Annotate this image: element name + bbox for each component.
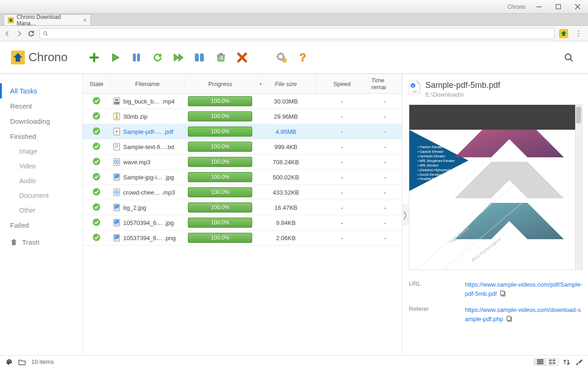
- table-row[interactable]: 30mb.zip100.0%29.96MB--: [83, 109, 402, 124]
- help-button[interactable]: ?: [294, 49, 311, 66]
- view-list-icon[interactable]: [534, 359, 546, 365]
- col-filename[interactable]: Filename: [110, 74, 184, 94]
- svg-point-34: [283, 58, 287, 62]
- check-icon: [92, 142, 101, 150]
- state-cell: [83, 139, 110, 155]
- address-bar[interactable]: [40, 28, 554, 39]
- browser-menu-button[interactable]: ⋮: [573, 29, 584, 38]
- speed-cell: -: [316, 185, 368, 200]
- view-toggle[interactable]: [534, 358, 559, 366]
- svg-point-58: [115, 206, 116, 207]
- meta-url-value[interactable]: https://www.sample-videos.com/pdf/Sample…: [465, 280, 582, 299]
- sidebar-item-audio[interactable]: Audio: [0, 173, 82, 188]
- svg-text:• Hospital Elevator: • Hospital Elevator: [418, 177, 444, 181]
- svg-text:• Hydraulic Elevator: • Hydraulic Elevator: [418, 155, 446, 158]
- svg-point-53: [115, 175, 116, 176]
- table-row[interactable]: crowd-chee… .mp3100.0%433.52KB--: [83, 185, 402, 200]
- details-toggle-handle[interactable]: ❭: [402, 205, 408, 225]
- progress-bar: 100.0%: [188, 233, 252, 243]
- svg-marker-78: [455, 162, 564, 198]
- clean-button[interactable]: [213, 49, 229, 66]
- browser-tab[interactable]: Chrono Download Mana… ×: [4, 14, 91, 25]
- svg-text:e: e: [412, 84, 414, 87]
- time-remaining-cell: -: [368, 170, 402, 185]
- col-progress[interactable]: Progress: [184, 74, 256, 94]
- open-folder-icon[interactable]: [18, 358, 26, 366]
- resume-button[interactable]: [107, 49, 124, 66]
- theme-icon[interactable]: [6, 358, 13, 366]
- copy-icon[interactable]: [500, 290, 506, 299]
- app-logo-icon: [11, 51, 25, 64]
- sidebar-item-other[interactable]: Other: [0, 203, 82, 218]
- details-metadata: URL https://www.sample-videos.com/pdf/Sa…: [409, 280, 582, 324]
- table-row[interactable]: Sample-text-fi….txt100.0%999.4KB--: [83, 139, 402, 155]
- details-filename: Sample-pdf-5mb.pdf: [425, 80, 500, 90]
- svg-marker-77: [455, 130, 564, 157]
- svg-text:?: ?: [300, 52, 306, 63]
- chrono-extension-icon[interactable]: [559, 29, 568, 38]
- sidebar-item-failed[interactable]: Failed: [0, 218, 82, 233]
- main-area: All Tasks Recent Downloading Finished Im…: [0, 74, 588, 355]
- table-row[interactable]: 10570394_6… .jpg100.0%9.84KB--: [83, 215, 402, 230]
- filename-text: 30mb.zip: [123, 113, 147, 120]
- window-close-button[interactable]: [568, 0, 587, 13]
- view-grid-icon[interactable]: [546, 359, 558, 365]
- svg-text:• Capsule Elevator: • Capsule Elevator: [418, 150, 444, 154]
- settings-button[interactable]: [273, 49, 290, 66]
- speed-cell: -: [316, 139, 368, 155]
- pdf-preview-icon: • Traction Elevator• Capsule Elevator• H…: [409, 130, 582, 270]
- svg-text:• (Gearless Highspeed): • (Gearless Highspeed): [418, 168, 451, 172]
- col-state[interactable]: State: [83, 74, 110, 94]
- retry-button[interactable]: [149, 49, 166, 66]
- col-speed[interactable]: Speed: [316, 74, 368, 94]
- nav-back-button[interactable]: [4, 30, 11, 37]
- add-task-button[interactable]: [86, 49, 102, 66]
- window-maximize-button[interactable]: [548, 0, 568, 13]
- tab-close-icon[interactable]: ×: [83, 17, 87, 24]
- svg-text:P: P: [116, 130, 118, 133]
- speed-cell: -: [316, 124, 368, 139]
- table-row[interactable]: 10537394_6… .png100.0%2.06KB--: [83, 230, 402, 246]
- svg-text:• MRL Elevator: • MRL Elevator: [418, 164, 439, 167]
- filename-cell: 10537394_6… .png: [110, 230, 184, 246]
- time-remaining-cell: -: [368, 155, 402, 170]
- delete-button[interactable]: [234, 49, 250, 66]
- table-row[interactable]: wave.mp3100.0%708.24KB--: [83, 155, 402, 170]
- col-filesize[interactable]: File size: [256, 74, 316, 94]
- progress-bar: 100.0%: [188, 202, 252, 213]
- table-row[interactable]: bg_2.jpg100.0%16.47KB--: [83, 200, 402, 215]
- table-row[interactable]: PSample-pdf-… .pdf100.0%4.95MB--: [83, 124, 402, 139]
- svg-text:• MRL Bungalows Elevator: • MRL Bungalows Elevator: [418, 159, 455, 163]
- svg-text:Best Performance: Best Performance: [470, 236, 502, 263]
- filesize-cell: 9.84KB: [256, 215, 316, 230]
- nav-forward-button[interactable]: [16, 30, 23, 37]
- search-button[interactable]: [560, 49, 577, 66]
- table-row[interactable]: Sample-jpg-i… .jpg100.0%500.02KB--: [83, 170, 402, 185]
- svg-text:MP4: MP4: [115, 102, 119, 104]
- copy-icon[interactable]: [506, 316, 513, 325]
- sidebar-item-trash[interactable]: Trash: [0, 235, 82, 250]
- svg-text:pdf: pdf: [413, 90, 417, 93]
- nav-reload-button[interactable]: [28, 30, 35, 37]
- sidebar-item-downloading[interactable]: Downloading: [0, 114, 82, 129]
- speed-cell: -: [316, 109, 368, 124]
- sidebar-item-recent[interactable]: Recent: [0, 98, 82, 114]
- svg-rect-27: [195, 54, 198, 61]
- pause-all-button[interactable]: [192, 49, 208, 66]
- resume-all-button[interactable]: [170, 49, 187, 66]
- table-row[interactable]: MP4big_buck_b… .mp4100.0%30.03MB--: [83, 94, 402, 109]
- sidebar-item-all-tasks[interactable]: All Tasks: [0, 83, 82, 98]
- preview-scrollbar[interactable]: [575, 105, 582, 270]
- pause-button[interactable]: [128, 49, 145, 66]
- sidebar-item-video[interactable]: Video: [0, 159, 82, 173]
- col-time-remaining[interactable]: Time remai: [368, 74, 402, 94]
- sidebar-item-document[interactable]: Document: [0, 188, 82, 203]
- sidebar-item-image[interactable]: Image: [0, 144, 82, 159]
- meta-referer-value[interactable]: https://www.sample-videos.com/download-s…: [465, 305, 582, 324]
- sort-icon[interactable]: [563, 358, 571, 366]
- window-minimize-button[interactable]: [529, 0, 548, 13]
- speed-cell: -: [316, 155, 368, 170]
- brush-icon[interactable]: [575, 358, 582, 366]
- sidebar-item-finished[interactable]: Finished: [0, 129, 82, 144]
- filename-cell: wave.mp3: [110, 155, 184, 170]
